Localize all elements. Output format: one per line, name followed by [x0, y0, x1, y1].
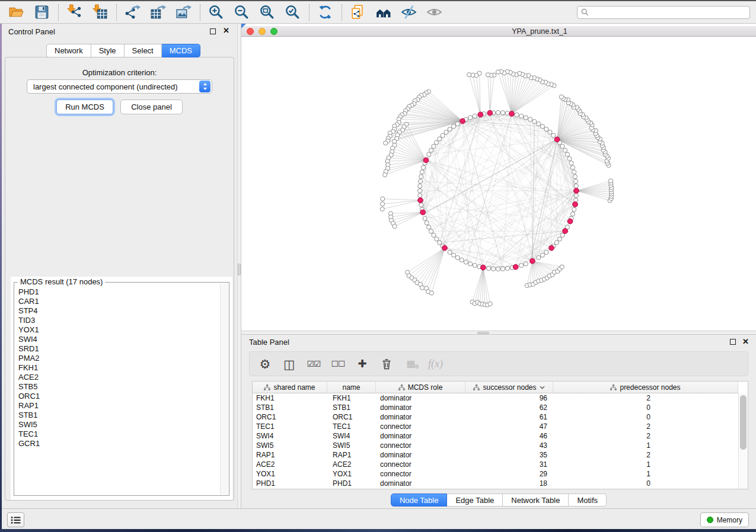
cell-predecessor_nodes[interactable]: 1	[553, 441, 655, 450]
mcds-result-item[interactable]: SWI4	[18, 335, 219, 344]
cell-shared_name[interactable]: STB1	[253, 403, 327, 412]
cell-name[interactable]: RAP1	[327, 451, 376, 459]
mcds-result-item[interactable]: ORC1	[18, 392, 219, 401]
tab-network-table[interactable]: Network Table	[503, 493, 569, 507]
cell-name[interactable]: SWI4	[327, 432, 376, 440]
unselect-all-columns-icon[interactable]: ☐☐	[331, 355, 345, 373]
cell-successor_nodes[interactable]: 96	[465, 394, 553, 402]
criterion-dropdown[interactable]: largest connected component (undirected)	[27, 79, 212, 94]
cell-successor_nodes[interactable]: 35	[465, 451, 553, 459]
mcds-result-item[interactable]: STB5	[18, 382, 219, 392]
table-scrollbar-thumb[interactable]	[740, 395, 747, 450]
mcds-result-item[interactable]: STP4	[18, 306, 219, 316]
network-canvas[interactable]	[241, 37, 756, 331]
open-file-button[interactable]	[6, 3, 26, 22]
cell-name[interactable]: ACE2	[327, 460, 376, 469]
export-image-button[interactable]	[173, 3, 193, 22]
table-row[interactable]: YOX1YOX1connector291	[253, 469, 738, 479]
horizontal-splitter[interactable]	[241, 331, 756, 335]
cell-name[interactable]: SWI5	[327, 441, 376, 450]
cell-successor_nodes[interactable]: 43	[465, 441, 553, 450]
tab-mcds[interactable]: MCDS	[162, 44, 200, 57]
create-column-icon[interactable]: ✚	[355, 355, 369, 373]
search-box[interactable]	[577, 6, 750, 19]
tab-node-table[interactable]: Node Table	[391, 493, 448, 507]
cell-predecessor_nodes[interactable]: 1	[553, 460, 655, 469]
table-row[interactable]: SWI5SWI5connector431	[253, 441, 738, 450]
cell-name[interactable]: TEC1	[327, 422, 376, 431]
float-panel-icon[interactable]	[210, 28, 216, 34]
cell-predecessor_nodes[interactable]: 2	[553, 422, 655, 431]
zoom-window-button[interactable]	[270, 28, 277, 35]
cell-successor_nodes[interactable]: 47	[465, 422, 553, 431]
mcds-result-item[interactable]: YOX1	[18, 325, 219, 335]
mcds-result-item[interactable]: SWI5	[18, 420, 219, 430]
cell-name[interactable]: ORC1	[327, 413, 376, 421]
cell-successor_nodes[interactable]: 61	[465, 413, 553, 421]
table-row[interactable]: STB1STB1dominator620	[253, 403, 738, 412]
column-settings-icon[interactable]: ⚙	[258, 355, 272, 373]
network-window-titlebar[interactable]: YPA_prune.txt_1	[241, 26, 756, 37]
cell-predecessor_nodes[interactable]: 2	[553, 394, 655, 402]
cell-name[interactable]: YOX1	[327, 470, 376, 478]
cell-shared_name[interactable]: FKH1	[253, 394, 327, 402]
cell-shared_name[interactable]: SWI5	[253, 441, 327, 450]
cell-mcds_role[interactable]: dominator	[376, 403, 465, 412]
cell-shared_name[interactable]: TEC1	[253, 422, 327, 431]
minimize-window-button[interactable]	[259, 28, 266, 35]
mcds-list-scrollbar[interactable]	[220, 283, 228, 495]
export-table-button[interactable]	[148, 3, 168, 22]
zoom-in-button[interactable]	[206, 3, 226, 22]
cell-shared_name[interactable]: YOX1	[253, 470, 327, 478]
cell-shared_name[interactable]: RAP1	[253, 451, 327, 459]
mcds-result-item[interactable]: ACE2	[18, 373, 219, 382]
cell-mcds_role[interactable]: connector	[376, 441, 465, 450]
clone-network-button[interactable]	[347, 3, 368, 22]
mcds-result-item[interactable]: PMA2	[18, 354, 219, 363]
column-header-predecessor_nodes[interactable]: predecessor nodes	[553, 382, 738, 393]
cell-mcds_role[interactable]: dominator	[376, 479, 465, 488]
table-row[interactable]: TEC1TEC1connector472	[253, 422, 738, 431]
column-header-successor_nodes[interactable]: successor nodes	[465, 382, 553, 393]
delete-columns-icon[interactable]	[379, 355, 394, 373]
cell-shared_name[interactable]: ACE2	[253, 460, 327, 469]
cell-mcds_role[interactable]: dominator	[376, 413, 465, 421]
vertical-splitter[interactable]	[237, 24, 241, 508]
cell-successor_nodes[interactable]: 62	[465, 403, 553, 412]
zoom-out-button[interactable]	[231, 3, 251, 22]
show-all-button[interactable]	[424, 3, 444, 22]
tab-edge-table[interactable]: Edge Table	[447, 493, 503, 507]
column-header-shared_name[interactable]: shared name	[253, 382, 327, 393]
column-header-name[interactable]: name	[327, 382, 376, 393]
cell-predecessor_nodes[interactable]: 2	[553, 432, 655, 440]
tab-style[interactable]: Style	[91, 44, 125, 57]
cell-successor_nodes[interactable]: 29	[465, 470, 553, 478]
cell-predecessor_nodes[interactable]: 0	[553, 413, 655, 421]
zoom-selected-button[interactable]	[282, 3, 302, 22]
tab-select[interactable]: Select	[125, 44, 162, 57]
toggle-panel-layout-icon[interactable]: ◫	[282, 355, 296, 373]
close-window-button[interactable]	[247, 28, 254, 35]
tab-network[interactable]: Network	[46, 44, 91, 57]
cell-name[interactable]: PHD1	[327, 479, 376, 488]
run-mcds-button[interactable]: Run MCDS	[56, 100, 113, 114]
mcds-result-item[interactable]: CAR1	[18, 297, 219, 306]
cell-predecessor_nodes[interactable]: 0	[553, 403, 655, 412]
cell-mcds_role[interactable]: dominator	[376, 394, 465, 402]
table-row[interactable]: FKH1FKH1dominator962	[253, 393, 738, 403]
mcds-result-item[interactable]: RAP1	[18, 401, 219, 411]
cell-mcds_role[interactable]: connector	[376, 470, 465, 478]
mcds-result-item[interactable]: TEC1	[18, 430, 219, 439]
tab-motifs[interactable]: Motifs	[569, 493, 607, 507]
horizontal-splitter-handle[interactable]	[477, 332, 489, 334]
table-row[interactable]: RAP1RAP1dominator352	[253, 450, 738, 460]
cell-mcds_role[interactable]: dominator	[376, 451, 465, 459]
cell-successor_nodes[interactable]: 18	[465, 479, 553, 488]
vertical-splitter-handle[interactable]	[238, 264, 241, 275]
zoom-fit-button[interactable]	[257, 3, 277, 22]
cell-mcds_role[interactable]: dominator	[376, 432, 465, 440]
refresh-layout-button[interactable]	[315, 3, 335, 22]
automation-panel-button[interactable]	[7, 512, 24, 527]
table-row[interactable]: ACE2ACE2connector311	[253, 460, 738, 469]
mcds-result-item[interactable]: PHD1	[18, 287, 219, 297]
